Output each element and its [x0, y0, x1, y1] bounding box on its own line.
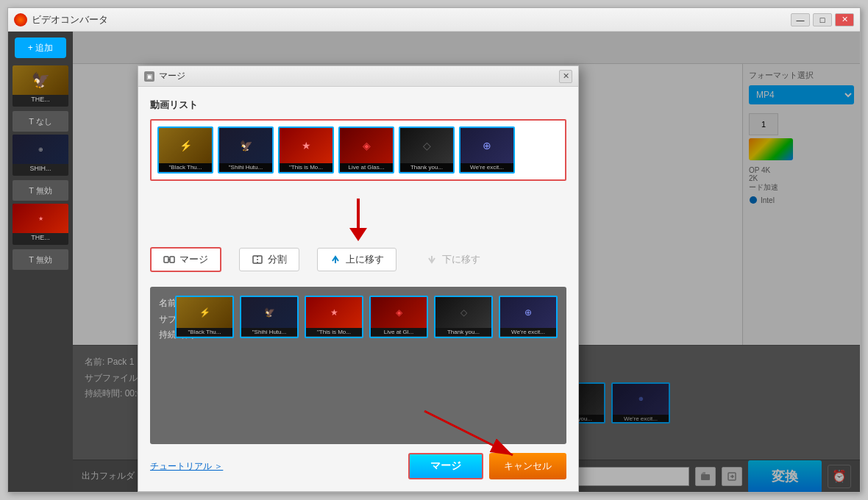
- tutorial-link[interactable]: チュートリアル ＞: [150, 460, 223, 473]
- minimize-button[interactable]: —: [791, 13, 810, 26]
- close-button[interactable]: ✕: [835, 13, 854, 26]
- modal-buttons-bar: マージ 分割: [150, 247, 566, 272]
- video-label-1: "Black Thu...: [159, 163, 212, 171]
- sidebar-item-1[interactable]: 🦅 THE...: [13, 65, 68, 107]
- merge-label: マージ: [179, 253, 208, 266]
- split-label: 分割: [268, 253, 287, 266]
- pack-area: 名前: Pack 1 サブファイル: 6 持続時間: 00:02:52 ⚡ "B…: [150, 287, 566, 444]
- pack-thumb-2[interactable]: 🦅 "Shihi Hutu...: [240, 296, 299, 338]
- svg-rect-4: [170, 257, 174, 262]
- modal-footer-buttons: マージ キャンセル: [408, 453, 566, 479]
- sidebar-thumb-1: 🦅: [13, 65, 68, 95]
- modal-close-button[interactable]: ✕: [559, 70, 572, 83]
- modal-body: 動画リスト ⚡ "Black Thu...: [138, 87, 578, 491]
- sidebar-text-2[interactable]: T 無効: [13, 180, 68, 201]
- pack-thumb-label-6: We're excit...: [500, 328, 556, 336]
- pack-thumb-label-5: Thank you...: [435, 328, 491, 336]
- right-panel: フォーマット選択 MP4 1 OP 4K 2K ード加速 Intel 名前:: [73, 32, 860, 492]
- video-thumb-6[interactable]: ⊕ We're excit...: [459, 126, 515, 174]
- pack-thumb-3[interactable]: ★ "This is Mo...: [305, 296, 363, 338]
- video-thumb-4[interactable]: ◈ Live at Glas...: [338, 126, 394, 174]
- split-action-button[interactable]: 分割: [239, 248, 299, 271]
- modal-icon: ▣: [144, 71, 154, 82]
- sidebar-item-3[interactable]: ★ THE...: [13, 204, 68, 245]
- pack-thumb-label-4: Live at Gl...: [371, 328, 427, 336]
- sidebar-item-2[interactable]: ⊕ SHIH...: [13, 135, 68, 176]
- video-label-4: Live at Glas...: [340, 163, 393, 171]
- merge-action-button[interactable]: マージ: [150, 247, 221, 272]
- video-label-2: "Shihi Hutu...: [219, 163, 272, 171]
- modal-footer: チュートリアル ＞ マージ キャンセル: [150, 453, 566, 479]
- video-list-label: 動画リスト: [150, 99, 566, 112]
- sidebar-text-1[interactable]: T なし: [13, 111, 68, 132]
- window-controls: — □ ✕: [791, 13, 854, 26]
- modal-cancel-button[interactable]: キャンセル: [489, 453, 566, 479]
- video-list: ⚡ "Black Thu... 🦅 "Shihi Hutu...: [150, 119, 566, 181]
- video-label-6: We're excit...: [460, 163, 513, 171]
- video-thumb-1[interactable]: ⚡ "Black Thu...: [157, 126, 213, 174]
- video-thumb-3[interactable]: ★ "This is Mo...: [278, 126, 334, 174]
- sidebar-label-3: THE...: [13, 233, 68, 242]
- arrow-down-1: [150, 199, 566, 241]
- move-down-button[interactable]: 下に移す: [414, 249, 492, 271]
- video-label-5: Thank you...: [400, 163, 453, 171]
- pack-thumb-5[interactable]: ◇ Thank you...: [434, 296, 493, 338]
- svg-rect-3: [164, 257, 168, 262]
- pack-thumb-6[interactable]: ⊕ We're excit...: [499, 296, 558, 338]
- app-title: ビデオコンバータ: [32, 13, 791, 26]
- move-up-label: 上に移す: [346, 253, 384, 266]
- modal-title-bar: ▣ マージ ✕: [138, 66, 578, 87]
- move-down-label: 下に移す: [442, 253, 480, 266]
- modal-title: マージ: [159, 70, 559, 82]
- title-bar: ビデオコンバータ — □ ✕: [8, 8, 860, 32]
- merge-modal: ▣ マージ ✕ 動画リスト ⚡ "Black Thu...: [138, 65, 579, 492]
- move-up-button[interactable]: 上に移す: [317, 248, 396, 271]
- sidebar-label-2: SHIH...: [13, 164, 68, 173]
- pack-thumb-label-3: "This is Mo...: [306, 328, 362, 336]
- video-thumb-5[interactable]: ◇ Thank you...: [399, 126, 455, 174]
- pack-thumbnails: ⚡ "Black Thu... 🦅 "Shihi Hutu...: [175, 296, 558, 338]
- app-window: ビデオコンバータ — □ ✕ + 追加 🦅 THE... T なし: [7, 7, 861, 493]
- sidebar: + 追加 🦅 THE... T なし ⊕ SHIH... T 無効: [8, 32, 73, 492]
- pack-thumb-label-2: "Shihi Hutu...: [241, 328, 297, 336]
- modal-merge-button[interactable]: マージ: [408, 453, 483, 479]
- pack-thumb-1[interactable]: ⚡ "Black Thu...: [175, 296, 234, 338]
- app-icon: [14, 13, 27, 26]
- sidebar-thumb-3: ★: [13, 204, 68, 233]
- video-label-3: "This is Mo...: [280, 163, 332, 171]
- main-content: + 追加 🦅 THE... T なし ⊕ SHIH... T 無効: [8, 32, 860, 492]
- sidebar-thumb-2: ⊕: [13, 135, 68, 164]
- add-button[interactable]: + 追加: [15, 38, 66, 58]
- sidebar-label-1: THE...: [13, 95, 68, 104]
- maximize-button[interactable]: □: [813, 13, 832, 26]
- video-thumb-2[interactable]: 🦅 "Shihi Hutu...: [218, 126, 274, 174]
- pack-thumb-4[interactable]: ◈ Live at Gl...: [369, 296, 428, 338]
- sidebar-text-3[interactable]: T 無効: [13, 249, 68, 270]
- pack-thumb-label-1: "Black Thu...: [177, 328, 232, 336]
